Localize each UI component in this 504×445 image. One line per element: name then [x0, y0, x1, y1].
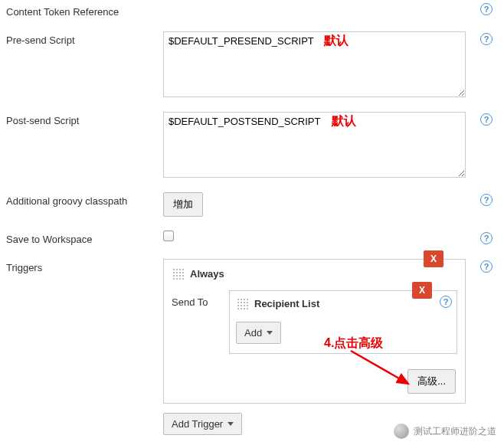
classpath-row: Additional groovy classpath 增加 ?: [0, 189, 504, 220]
add-classpath-button[interactable]: 增加: [163, 192, 203, 217]
add-trigger-dropdown[interactable]: Add Trigger: [163, 413, 242, 435]
chevron-down-icon: [227, 422, 234, 426]
presend-label: Pre-send Script: [6, 31, 163, 46]
help-col: ?: [475, 112, 498, 126]
classpath-label: Additional groovy classpath: [6, 192, 163, 207]
help-icon[interactable]: ?: [440, 296, 452, 308]
save-workspace-row: Save to Workspace ?: [0, 227, 504, 248]
watermark-text: 测试工程师进阶之道: [414, 425, 496, 438]
save-workspace-label: Save to Workspace: [6, 231, 163, 245]
recipient-box: X Recipient List ? Add: [229, 290, 457, 354]
help-icon[interactable]: ?: [480, 33, 493, 45]
advanced-button[interactable]: 高级...: [407, 369, 456, 394]
triggers-field: X Always Send To X Recipient List ? A: [163, 259, 475, 441]
help-col: ?: [475, 231, 498, 244]
help-col: ?: [475, 259, 498, 273]
triggers-label: Triggers: [6, 259, 163, 273]
help-col: ?: [475, 192, 498, 206]
postsend-script-row: Post-send Script 默认 ?: [0, 109, 504, 183]
recipient-header: Recipient List ?: [230, 291, 457, 316]
recipient-list-title: Recipient List: [254, 298, 319, 309]
trigger-always-title: Always: [190, 268, 224, 280]
content-token-reference-label: Content Token Reference: [6, 3, 163, 18]
drag-handle-icon[interactable]: [172, 267, 184, 280]
wechat-icon: [394, 424, 409, 439]
add-recipient-dropdown[interactable]: Add: [236, 322, 281, 344]
recipient-add-row: Add: [230, 316, 457, 353]
sendto-label: Send To: [172, 290, 229, 354]
save-workspace-checkbox[interactable]: [163, 231, 174, 241]
triggers-row: Triggers X Always Send To X Recipient Li…: [0, 256, 504, 444]
help-icon[interactable]: ?: [480, 260, 493, 273]
presend-textarea[interactable]: [163, 31, 466, 97]
add-recipient-label: Add: [244, 327, 262, 339]
postsend-label: Post-send Script: [6, 112, 163, 126]
sendto-row: Send To X Recipient List ? Add: [164, 284, 465, 360]
trigger-header: Always: [164, 260, 465, 284]
advanced-row: 高级...: [164, 360, 465, 403]
presend-script-row: Pre-send Script 默认 ?: [0, 28, 504, 103]
help-icon[interactable]: ?: [480, 232, 493, 244]
help-icon[interactable]: ?: [480, 3, 493, 15]
add-trigger-label: Add Trigger: [172, 418, 223, 430]
content-token-reference-row: Content Token Reference ?: [0, 0, 504, 21]
classpath-field: 增加: [163, 192, 475, 217]
chevron-down-icon: [267, 331, 273, 335]
drag-handle-icon[interactable]: [236, 297, 248, 309]
postsend-field: 默认: [163, 112, 475, 180]
help-col: ?: [475, 31, 498, 45]
presend-field: 默认: [163, 31, 475, 100]
save-workspace-field: [163, 231, 475, 244]
help-icon[interactable]: ?: [480, 194, 493, 206]
help-col: ?: [475, 3, 498, 15]
help-icon[interactable]: ?: [480, 113, 493, 126]
postsend-textarea[interactable]: [163, 112, 466, 178]
watermark: 测试工程师进阶之道: [394, 424, 496, 439]
trigger-always-box: X Always Send To X Recipient List ? A: [163, 259, 466, 404]
